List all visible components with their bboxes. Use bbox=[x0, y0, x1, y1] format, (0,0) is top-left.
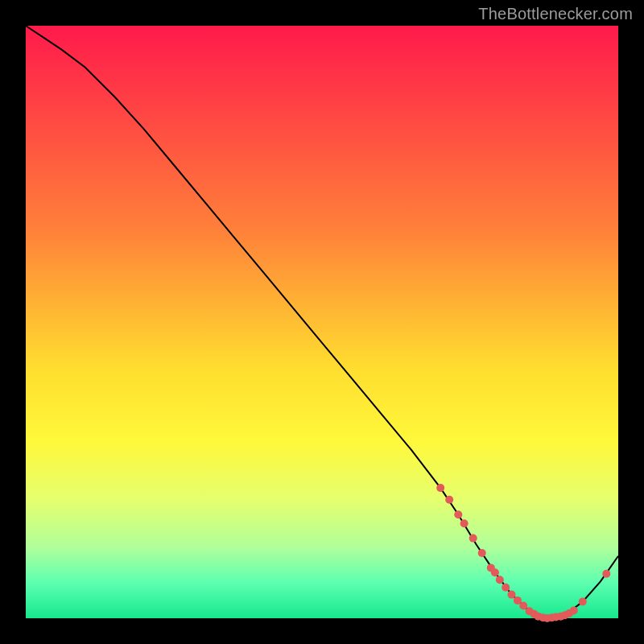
marker-point bbox=[491, 568, 499, 576]
marker-point bbox=[502, 584, 510, 592]
marker-point bbox=[519, 602, 527, 610]
marker-point bbox=[496, 576, 504, 584]
marker-point bbox=[508, 591, 516, 599]
marker-point bbox=[436, 484, 444, 492]
marker-point bbox=[579, 597, 587, 605]
marker-point bbox=[570, 606, 578, 614]
chart-container: TheBottlenecker.com bbox=[0, 0, 644, 644]
marker-point bbox=[445, 496, 453, 504]
marker-point bbox=[454, 510, 462, 518]
plot-background bbox=[26, 26, 618, 618]
marker-point bbox=[460, 519, 469, 527]
chart-svg bbox=[0, 0, 644, 644]
watermark-text: TheBottlenecker.com bbox=[478, 5, 633, 23]
marker-point bbox=[602, 570, 610, 578]
marker-point bbox=[478, 549, 486, 557]
marker-point bbox=[469, 535, 477, 543]
